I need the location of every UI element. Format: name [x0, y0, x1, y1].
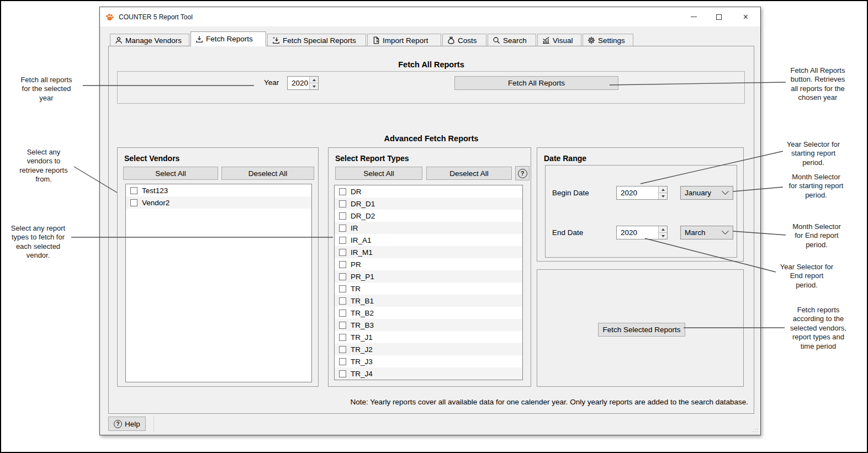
checkbox[interactable] [339, 200, 346, 207]
vendor-row[interactable]: Vendor2 [126, 196, 311, 209]
report-types-select-all-button[interactable]: Select All [335, 167, 422, 180]
end-month-dropdown[interactable]: March [680, 226, 733, 239]
spin-down-button[interactable] [659, 232, 667, 239]
annotation-right-3: Month Selector for starting report perio… [782, 173, 850, 200]
year-spinner[interactable]: 2020 [287, 76, 319, 90]
row-label: Vendor2 [142, 199, 170, 207]
annotation-right-5: Year Selector for End report period. [775, 263, 838, 290]
report-type-row[interactable]: DR [335, 185, 522, 198]
vendors-select-all-button[interactable]: Select All [123, 167, 218, 180]
report-type-row[interactable]: IR_M1 [335, 246, 522, 258]
report-type-row[interactable]: PR_P1 [335, 270, 522, 283]
begin-date-label: Begin Date [552, 189, 589, 197]
report-type-row[interactable]: TR_J3 [335, 355, 522, 367]
report-type-row[interactable]: TR_J4 [335, 367, 522, 380]
window-title: COUNTER 5 Report Tool [119, 13, 193, 21]
person-icon [115, 36, 123, 44]
year-value[interactable]: 2020 [288, 77, 309, 89]
vendors-deselect-all-button[interactable]: Deselect All [221, 167, 314, 180]
report-types-help-button[interactable]: ? [515, 166, 530, 180]
chart-icon [542, 36, 550, 44]
date-range-panel: Date Range Begin Date 2020 January [537, 147, 744, 262]
report-type-row[interactable]: TR_B1 [335, 295, 522, 307]
fetch-selected-reports-button[interactable]: Fetch Selected Reports [598, 323, 685, 337]
report-types-list[interactable]: DRDR_D1DR_D2IRIR_A1IR_M1PRPR_P1TRTR_B1TR… [334, 185, 523, 380]
checkbox[interactable] [339, 188, 346, 195]
spin-up-icon [661, 189, 665, 191]
begin-year-value[interactable]: 2020 [617, 186, 658, 199]
checkbox[interactable] [339, 285, 346, 292]
report-type-row[interactable]: TR_B3 [335, 319, 522, 331]
checkbox[interactable] [339, 334, 346, 341]
end-year-spinner[interactable]: 2020 [616, 226, 668, 239]
report-type-row[interactable]: DR_D1 [335, 198, 522, 210]
vendor-row[interactable]: Test123 [126, 184, 311, 196]
checkbox[interactable] [130, 187, 137, 194]
spin-up-button[interactable] [310, 77, 318, 83]
begin-month-dropdown[interactable]: January [680, 186, 733, 200]
spin-up-icon [661, 228, 665, 231]
report-type-row[interactable]: TR_J2 [335, 343, 522, 355]
tab-label: Fetch Reports [206, 35, 253, 43]
row-label: IR_A1 [351, 236, 372, 244]
spin-down-button[interactable] [310, 83, 318, 89]
help-button[interactable]: ? Help [108, 417, 146, 431]
spin-up-button[interactable] [659, 226, 667, 232]
begin-year-spinner[interactable]: 2020 [616, 186, 668, 200]
report-type-row[interactable]: DR_D2 [335, 210, 522, 222]
checkbox[interactable] [339, 225, 346, 232]
report-types-deselect-all-button[interactable]: Deselect All [426, 167, 512, 180]
tab-costs[interactable]: Costs [442, 34, 486, 46]
resize-grip[interactable]: .:: [753, 427, 759, 433]
annotation-left-2: Select any vendors to retrieve reports f… [11, 148, 76, 184]
tab-manage-vendors[interactable]: Manage Vendors [110, 34, 189, 46]
checkbox[interactable] [339, 273, 346, 280]
checkbox[interactable] [339, 249, 346, 256]
checkbox[interactable] [339, 322, 346, 329]
footer-separator [154, 415, 154, 432]
checkbox[interactable] [130, 199, 137, 206]
fetch-all-reports-button[interactable]: Fetch All Reports [454, 76, 618, 90]
tab-search[interactable]: Search [488, 34, 536, 46]
checkbox[interactable] [339, 346, 346, 353]
maximize-button[interactable] [706, 7, 731, 26]
tab-fetch-reports[interactable]: Fetch Reports [190, 31, 266, 46]
tab-visual[interactable]: Visual [537, 34, 581, 46]
checkbox[interactable] [339, 370, 346, 377]
tab-label: Visual [553, 36, 573, 45]
report-type-row[interactable]: TR_B2 [335, 307, 522, 319]
money-bag-icon [447, 36, 455, 44]
minimize-button[interactable] [681, 7, 706, 26]
report-type-row[interactable]: PR [335, 258, 522, 270]
checkbox[interactable] [339, 310, 346, 317]
end-year-value[interactable]: 2020 [617, 226, 658, 239]
spin-down-button[interactable] [659, 193, 667, 199]
checkbox[interactable] [339, 358, 346, 365]
year-label: Year [264, 78, 287, 87]
row-label: TR_B1 [351, 297, 374, 305]
select-report-types-panel: Select Report Types Select All Deselect … [328, 147, 531, 387]
report-type-row[interactable]: IR_A1 [335, 234, 522, 246]
vendors-list[interactable]: Test123Vendor2 [125, 184, 312, 382]
fetch-selected-panel: Fetch Selected Reports [537, 269, 744, 387]
report-type-row[interactable]: TR_J1 [335, 331, 522, 343]
checkbox[interactable] [339, 237, 346, 244]
checkbox[interactable] [339, 297, 346, 305]
report-type-row[interactable]: TR [335, 283, 522, 295]
spin-down-icon [661, 195, 665, 198]
row-label: DR [351, 188, 362, 196]
checkbox[interactable] [339, 261, 346, 268]
tab-label: Manage Vendors [125, 36, 182, 45]
row-label: TR [351, 285, 361, 293]
close-button[interactable]: × [731, 7, 760, 26]
app-icon [105, 13, 114, 22]
report-type-row[interactable]: IR [335, 222, 522, 234]
tab-fetch-special-reports[interactable]: Fetch Special Reports [267, 34, 366, 46]
date-range-inner-box: Begin Date 2020 January End Date [545, 165, 737, 258]
spin-down-icon [661, 235, 665, 237]
checkbox[interactable] [339, 212, 346, 220]
spin-up-button[interactable] [659, 186, 667, 193]
tab-settings[interactable]: Settings [583, 34, 633, 46]
minimize-icon [691, 17, 697, 17]
tab-import-report[interactable]: Import Report [367, 34, 441, 46]
